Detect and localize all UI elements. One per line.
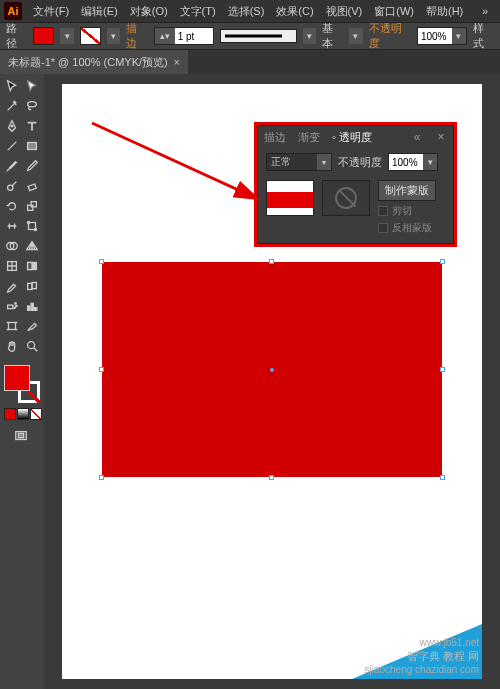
- menu-select[interactable]: 选择(S): [223, 2, 270, 21]
- column-graph-tool-icon[interactable]: [22, 296, 41, 315]
- selected-rectangle[interactable]: [102, 262, 442, 477]
- shape-builder-tool-icon[interactable]: [2, 236, 21, 255]
- svg-point-0: [27, 101, 36, 106]
- opacity-input[interactable]: 100% ▾: [417, 27, 467, 45]
- hand-tool-icon[interactable]: [2, 336, 21, 355]
- artboard-tool-icon[interactable]: [2, 316, 21, 335]
- panel-tab-stroke[interactable]: 描边: [264, 130, 286, 145]
- perspective-grid-tool-icon[interactable]: [22, 236, 41, 255]
- panel-opacity-value[interactable]: 100%: [389, 154, 423, 170]
- resize-handle-icon[interactable]: [99, 367, 104, 372]
- clip-checkbox[interactable]: 剪切: [378, 204, 436, 218]
- resize-handle-icon[interactable]: [440, 475, 445, 480]
- menu-object[interactable]: 对象(O): [125, 2, 173, 21]
- opacity-dropdown-icon[interactable]: ▾: [452, 28, 466, 44]
- dropdown-arrow-icon[interactable]: ▾: [423, 154, 437, 170]
- rotate-tool-icon[interactable]: [2, 196, 21, 215]
- stroke-width-input[interactable]: ▴▾ 1 pt: [154, 27, 214, 45]
- stroke-label[interactable]: 描边: [126, 21, 147, 51]
- zoom-tool-icon[interactable]: [22, 336, 41, 355]
- panel-close-icon[interactable]: ×: [435, 131, 447, 143]
- direct-selection-tool-icon[interactable]: [22, 76, 41, 95]
- panel-collapse-icon[interactable]: «: [411, 131, 423, 143]
- blend-mode-select[interactable]: 正常 ▾: [266, 153, 332, 171]
- menu-help[interactable]: 帮助(H): [421, 2, 468, 21]
- fill-stroke-indicator[interactable]: [4, 365, 40, 403]
- eyedropper-tool-icon[interactable]: [2, 276, 21, 295]
- svg-point-8: [27, 221, 29, 223]
- resize-handle-icon[interactable]: [99, 259, 104, 264]
- panel-tab-gradient[interactable]: 渐变: [298, 130, 320, 145]
- menu-effect[interactable]: 效果(C): [271, 2, 318, 21]
- gradient-mode-icon[interactable]: [17, 408, 29, 420]
- svg-rect-16: [32, 282, 36, 288]
- stroke-profile[interactable]: [220, 29, 297, 43]
- paintbrush-tool-icon[interactable]: [2, 156, 21, 175]
- rectangle-tool-icon[interactable]: [22, 136, 41, 155]
- menu-overflow-icon[interactable]: »: [482, 5, 494, 17]
- control-bar: 路径 ▾ ▾ 描边 ▴▾ 1 pt ▾ 基本 ▾ 不透明度 100% ▾ 样式: [0, 22, 500, 50]
- mesh-tool-icon[interactable]: [2, 256, 21, 275]
- resize-handle-icon[interactable]: [269, 475, 274, 480]
- selection-tool-icon[interactable]: [2, 76, 21, 95]
- opacity-value[interactable]: 100%: [418, 28, 452, 44]
- type-tool-icon[interactable]: [22, 116, 41, 135]
- menu-edit[interactable]: 编辑(E): [76, 2, 123, 21]
- gradient-tool-icon[interactable]: [22, 256, 41, 275]
- symbol-sprayer-tool-icon[interactable]: [2, 296, 21, 315]
- svg-rect-17: [7, 305, 12, 309]
- menu-file[interactable]: 文件(F): [28, 2, 74, 21]
- document-tabs: 未标题-1* @ 100% (CMYK/预览) ×: [0, 50, 500, 74]
- menu-type[interactable]: 文字(T): [175, 2, 221, 21]
- brush-basic-label[interactable]: 基本: [322, 21, 343, 51]
- slice-tool-icon[interactable]: [22, 316, 41, 335]
- checkbox-icon: [378, 206, 388, 216]
- style-label[interactable]: 样式: [473, 21, 494, 51]
- panel-opacity-input[interactable]: 100% ▾: [388, 153, 438, 171]
- pen-tool-icon[interactable]: [2, 116, 21, 135]
- artboard[interactable]: 描边 渐变 ◦ 透明度 « × 正常 ▾ 不透明度: [62, 84, 482, 679]
- width-tool-icon[interactable]: [2, 216, 21, 235]
- brush-dropdown-icon[interactable]: ▾: [349, 28, 362, 44]
- free-transform-tool-icon[interactable]: [22, 216, 41, 235]
- fill-dropdown-icon[interactable]: ▾: [60, 28, 73, 44]
- color-mode-icon[interactable]: [4, 408, 16, 420]
- stroke-dropdown-icon[interactable]: ▾: [107, 28, 120, 44]
- resize-handle-icon[interactable]: [440, 367, 445, 372]
- stroke-swatch-none[interactable]: [80, 27, 101, 45]
- stroke-width-value[interactable]: 1 pt: [175, 28, 213, 44]
- blend-tool-icon[interactable]: [22, 276, 41, 295]
- document-tab-title: 未标题-1* @ 100% (CMYK/预览): [8, 55, 168, 70]
- blob-brush-tool-icon[interactable]: [2, 176, 21, 195]
- make-mask-button[interactable]: 制作蒙版: [378, 180, 436, 201]
- none-mode-icon[interactable]: [30, 408, 42, 420]
- mask-thumbnail[interactable]: [322, 180, 370, 216]
- tab-close-icon[interactable]: ×: [174, 57, 180, 68]
- eraser-tool-icon[interactable]: [22, 176, 41, 195]
- line-tool-icon[interactable]: [2, 136, 21, 155]
- panel-tab-transparency[interactable]: ◦ 透明度: [332, 130, 372, 145]
- svg-point-18: [14, 302, 15, 303]
- magic-wand-tool-icon[interactable]: [2, 96, 21, 115]
- resize-handle-icon[interactable]: [269, 259, 274, 264]
- screen-mode-icon[interactable]: [2, 426, 40, 445]
- resize-handle-icon[interactable]: [99, 475, 104, 480]
- fill-indicator-icon[interactable]: [4, 365, 30, 391]
- transparency-panel: 描边 渐变 ◦ 透明度 « × 正常 ▾ 不透明度: [257, 125, 454, 244]
- checkbox-icon: [378, 223, 388, 233]
- object-thumbnail[interactable]: [266, 180, 314, 216]
- lasso-tool-icon[interactable]: [22, 96, 41, 115]
- menu-window[interactable]: 窗口(W): [369, 2, 419, 21]
- invert-mask-checkbox[interactable]: 反相蒙版: [378, 221, 436, 235]
- pencil-tool-icon[interactable]: [22, 156, 41, 175]
- resize-handle-icon[interactable]: [440, 259, 445, 264]
- dropdown-arrow-icon[interactable]: ▾: [317, 154, 331, 170]
- menu-view[interactable]: 视图(V): [321, 2, 368, 21]
- stroke-profile-dropdown-icon[interactable]: ▾: [303, 28, 316, 44]
- scale-tool-icon[interactable]: [22, 196, 41, 215]
- svg-rect-2: [27, 142, 36, 149]
- fill-swatch[interactable]: [33, 27, 54, 45]
- document-tab[interactable]: 未标题-1* @ 100% (CMYK/预览) ×: [0, 50, 188, 74]
- opacity-label[interactable]: 不透明度: [369, 21, 411, 51]
- canvas-area[interactable]: 描边 渐变 ◦ 透明度 « × 正常 ▾ 不透明度: [44, 74, 500, 689]
